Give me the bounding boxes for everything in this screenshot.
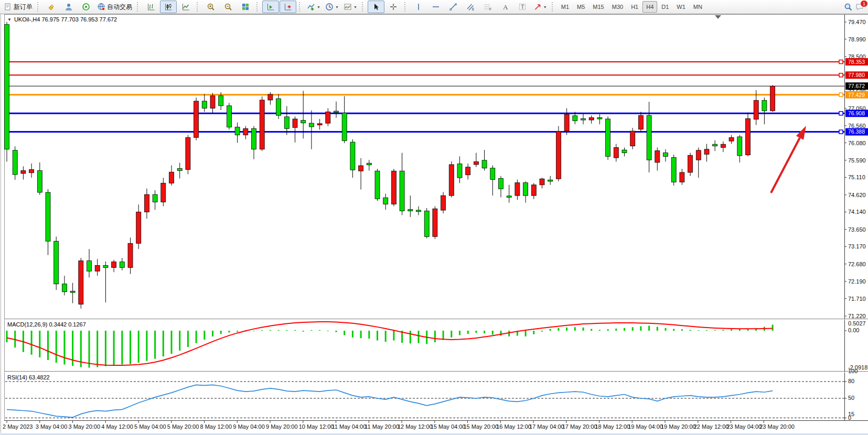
svg-text:73.170: 73.170 [848, 243, 866, 249]
zoom-out-button[interactable] [220, 1, 237, 13]
timeframe-button-m1[interactable]: M1 [558, 1, 573, 13]
svg-text:0: 0 [848, 415, 851, 421]
timeframe-button-w1[interactable]: W1 [673, 1, 689, 13]
gold-icon [47, 3, 56, 11]
signals-button[interactable] [78, 1, 94, 13]
new-order-button-label: 新订单 [14, 3, 33, 12]
notification-badge: 1 [860, 0, 868, 7]
chevron-down-icon[interactable]: ▼ [335, 5, 339, 9]
templates-button[interactable]: ▼ [341, 1, 359, 13]
svg-text:16 May 12:00: 16 May 12:00 [496, 423, 531, 430]
chart-expander-icon[interactable]: ▼ [7, 17, 12, 22]
profile-button[interactable] [60, 1, 77, 13]
chartshift-icon [284, 3, 292, 11]
svg-text:11 May 20:00: 11 May 20:00 [365, 423, 399, 430]
svg-text:15 May 04:00: 15 May 04:00 [431, 423, 466, 430]
svg-text:5 May 04:00: 5 May 04:00 [134, 423, 166, 430]
svg-text:3 May 20:00: 3 May 20:00 [69, 423, 101, 430]
candlestick-button[interactable] [160, 1, 177, 13]
hline-marker[interactable] [839, 130, 843, 134]
hline-marker[interactable] [839, 112, 843, 115]
periods-button[interactable]: ▼ [323, 1, 341, 13]
label-button[interactable]: T [514, 1, 531, 13]
svg-text:72.190: 72.190 [848, 278, 866, 285]
line-chart-button[interactable] [177, 1, 194, 13]
svg-text:19 May 20:00: 19 May 20:00 [661, 423, 696, 430]
autotrading-button[interactable]: 自动交易 [95, 1, 134, 13]
svg-text:E: E [472, 7, 475, 11]
timeframe-button-m5[interactable]: M5 [573, 1, 588, 13]
timeframe-button-m30[interactable]: M30 [608, 1, 627, 13]
chat-button[interactable]: 1 [855, 3, 864, 11]
svg-text:78.990: 78.990 [848, 36, 866, 42]
indicators-button[interactable]: ▼ [305, 1, 323, 13]
auto-scroll-button[interactable] [262, 1, 279, 13]
crosshair-icon [389, 3, 398, 11]
svg-text:50: 50 [848, 395, 854, 401]
toolbar-separator [552, 2, 555, 12]
cursor-icon [372, 3, 380, 11]
rsi-label: RSI(14) 63.4822 [7, 374, 50, 380]
new-order-button[interactable]: 新订单 [2, 1, 35, 13]
svg-text:71.710: 71.710 [848, 296, 866, 302]
svg-text:19 May 04:00: 19 May 04:00 [628, 423, 663, 430]
timeframe-button-h4[interactable]: H4 [642, 1, 657, 13]
hline-marker[interactable] [839, 93, 843, 96]
chart-shift-button[interactable] [280, 1, 296, 13]
linechart-icon [181, 3, 190, 11]
bar-chart-button[interactable] [143, 1, 159, 13]
chevron-down-icon[interactable]: ▼ [543, 5, 547, 9]
svg-text:17 May 20:00: 17 May 20:00 [562, 423, 597, 430]
svg-text:17 May 04:00: 17 May 04:00 [529, 423, 564, 430]
toolbar-separator [37, 2, 40, 12]
market-button[interactable] [43, 1, 60, 13]
search-button[interactable] [844, 3, 852, 11]
svg-text:76.388: 76.388 [848, 128, 865, 135]
tiles-icon [241, 3, 250, 11]
svg-text:F: F [489, 7, 491, 11]
trendline-button[interactable] [445, 1, 462, 13]
zoomout-icon [224, 3, 232, 11]
text-button[interactable]: A [497, 1, 513, 13]
macd-label: MACD(12,26,9) 0.3442 0.1267 [7, 321, 86, 328]
svg-text:76.560: 76.560 [848, 123, 866, 129]
zoom-in-button[interactable] [202, 1, 219, 13]
chart-canvas[interactable]: 79.47078.99078.50078.01077.52077.05076.5… [0, 0, 868, 435]
hline-marker[interactable] [839, 60, 843, 63]
svg-text:10 May 12:00: 10 May 12:00 [299, 423, 334, 430]
timeframe-button-m15[interactable]: M15 [589, 1, 607, 13]
tile-windows-button[interactable] [237, 1, 254, 13]
svg-text:9 May 20:00: 9 May 20:00 [266, 423, 298, 430]
toolbar-separator [299, 2, 302, 12]
svg-text:18 May 12:00: 18 May 12:00 [595, 423, 630, 430]
svg-text:22 May 12:00: 22 May 12:00 [694, 423, 729, 430]
svg-text:9 May 04:00: 9 May 04:00 [233, 423, 265, 430]
search-icon [844, 3, 852, 11]
timeframe-button-mn[interactable]: MN [690, 1, 706, 13]
svg-text:77.429: 77.429 [848, 92, 865, 98]
fibonacci-button[interactable]: F [479, 1, 496, 13]
candles-icon [164, 3, 173, 11]
hline-button[interactable] [427, 1, 444, 13]
autoscroll-icon [266, 3, 275, 11]
chevron-down-icon[interactable]: ▼ [353, 5, 357, 9]
crosshair-button[interactable] [385, 1, 402, 13]
cursor-button[interactable] [368, 1, 384, 13]
channel-button[interactable]: E [462, 1, 479, 13]
toolbar-separator [256, 2, 260, 12]
arrows-button[interactable]: ▼ [531, 1, 549, 13]
vline-button[interactable] [410, 1, 427, 13]
hline-icon [432, 3, 440, 11]
timeframe-button-d1[interactable]: D1 [658, 1, 672, 13]
svg-text:A: A [503, 3, 508, 11]
bars-icon [147, 3, 155, 11]
chevron-down-icon[interactable]: ▼ [317, 5, 320, 9]
template-icon [344, 3, 352, 11]
svg-text:100: 100 [848, 368, 858, 374]
timeframe-button-h1[interactable]: H1 [627, 1, 642, 13]
svg-text:5 May 20:00: 5 May 20:00 [167, 423, 199, 430]
svg-text:76.908: 76.908 [848, 110, 865, 116]
svg-text:8 May 12:00: 8 May 12:00 [200, 423, 232, 430]
hline-marker[interactable] [839, 73, 843, 77]
neworder-icon [4, 3, 12, 11]
